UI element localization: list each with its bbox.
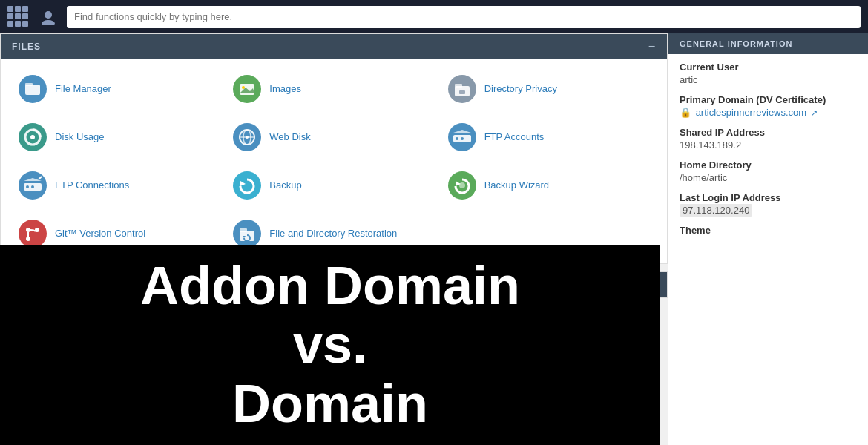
- sidebar-content: Current User artic Primary Domain (DV Ce…: [668, 54, 868, 252]
- files-grid: File Manager Images: [1, 59, 667, 263]
- svg-point-23: [456, 137, 458, 140]
- info-row-shared-ip: Shared IP Address 198.143.189.2: [680, 127, 857, 151]
- theme-label: Theme: [680, 225, 857, 236]
- disk-usage-icon: [18, 122, 47, 152]
- search-input[interactable]: [67, 6, 861, 28]
- svg-point-36: [459, 182, 465, 188]
- file-manager-icon: [18, 74, 47, 104]
- user-icon[interactable]: [37, 6, 59, 28]
- left-content: FILES − File Manager: [0, 33, 668, 445]
- last-login-ip-badge: 97.118.120.240: [680, 204, 752, 217]
- backup-item[interactable]: Backup: [226, 163, 441, 208]
- svg-rect-4: [25, 83, 33, 86]
- files-section-header[interactable]: FILES −: [1, 34, 667, 59]
- file-manager-label: File Manager: [55, 83, 111, 96]
- backup-icon: [232, 171, 262, 200]
- video-text-line1: Addon Domain: [140, 257, 520, 315]
- images-item[interactable]: Images: [226, 67, 441, 111]
- svg-rect-3: [25, 85, 40, 95]
- info-row-home-directory: Home Directory /home/artic: [680, 159, 857, 183]
- svg-rect-44: [240, 228, 247, 232]
- git-version-control-icon: [18, 219, 47, 248]
- svg-point-0: [45, 11, 52, 19]
- files-section-label: FILES: [12, 42, 41, 52]
- disk-usage-label: Disk Usage: [55, 131, 104, 144]
- svg-point-29: [31, 185, 34, 188]
- images-icon: [232, 74, 262, 104]
- primary-domain-value: 🔒 articlespinnerreviews.com ↗: [680, 107, 857, 118]
- svg-point-1: [42, 20, 55, 25]
- ftp-accounts-item[interactable]: FTP Accounts: [441, 115, 656, 159]
- info-row-theme: Theme: [680, 225, 857, 236]
- svg-point-20: [246, 136, 249, 139]
- svg-point-38: [26, 228, 30, 232]
- svg-rect-11: [455, 84, 462, 88]
- lock-icon: 🔒: [680, 107, 691, 118]
- current-user-value: artic: [680, 74, 857, 85]
- file-manager-item[interactable]: File Manager: [12, 67, 226, 111]
- last-login-ip-value: 97.118.120.240: [680, 205, 857, 216]
- images-label: Images: [269, 83, 301, 96]
- directory-privacy-label: Directory Privacy: [484, 83, 557, 96]
- files-collapse-icon[interactable]: −: [648, 40, 656, 53]
- svg-point-24: [461, 137, 464, 140]
- backup-wizard-item[interactable]: Backup Wizard: [441, 163, 656, 208]
- shared-ip-value: 198.143.189.2: [680, 139, 857, 151]
- svg-point-37: [19, 220, 47, 248]
- shared-ip-label: Shared IP Address: [680, 127, 857, 138]
- top-bar: [0, 0, 868, 33]
- main-layout: FILES − File Manager: [0, 33, 868, 445]
- ftp-connections-icon: [18, 171, 47, 200]
- ftp-connections-label: FTP Connections: [55, 179, 129, 192]
- video-overlay: Addon Domain vs. Domain: [0, 245, 660, 445]
- disk-usage-item[interactable]: Disk Usage: [12, 115, 226, 159]
- info-row-current-user: Current User artic: [680, 62, 857, 85]
- info-row-primary-domain: Primary Domain (DV Certificate) 🔒 articl…: [680, 94, 857, 118]
- svg-point-28: [26, 185, 29, 188]
- backup-wizard-label: Backup Wizard: [484, 179, 549, 192]
- home-directory-label: Home Directory: [680, 159, 857, 171]
- right-sidebar: GENERAL INFORMATION Current User artic P…: [668, 33, 868, 445]
- backup-wizard-icon: [447, 171, 477, 200]
- ftp-accounts-label: FTP Accounts: [484, 131, 545, 144]
- grid-icon[interactable]: [7, 6, 30, 28]
- ftp-accounts-icon: [447, 122, 477, 152]
- svg-point-32: [233, 171, 261, 200]
- backup-label: Backup: [269, 179, 301, 192]
- sidebar-header: GENERAL INFORMATION: [668, 33, 868, 54]
- git-version-control-label: Git™ Version Control: [55, 228, 145, 240]
- video-text-line2: vs.: [293, 315, 367, 374]
- file-directory-restoration-label: File and Directory Restoration: [269, 228, 397, 240]
- web-disk-label: Web Disk: [269, 131, 310, 144]
- primary-domain-link[interactable]: articlespinnerreviews.com: [696, 107, 807, 118]
- info-row-last-login-ip: Last Login IP Address 97.118.120.240: [680, 192, 857, 216]
- directory-privacy-icon: [447, 74, 477, 104]
- external-link-icon[interactable]: ↗: [811, 108, 818, 118]
- files-section: FILES − File Manager: [0, 33, 668, 264]
- video-text-line3: Domain: [232, 375, 428, 433]
- web-disk-item[interactable]: Web Disk: [226, 115, 441, 159]
- svg-point-39: [35, 228, 39, 232]
- directory-privacy-item[interactable]: Directory Privacy: [441, 67, 656, 111]
- primary-domain-label: Primary Domain (DV Certificate): [680, 94, 857, 105]
- file-directory-restoration-icon: [232, 219, 262, 248]
- svg-rect-12: [459, 90, 465, 94]
- current-user-label: Current User: [680, 62, 857, 73]
- svg-point-40: [26, 237, 30, 241]
- svg-point-7: [242, 86, 245, 89]
- web-disk-icon: [232, 122, 262, 152]
- home-directory-value: /home/artic: [680, 172, 857, 183]
- svg-point-15: [30, 135, 35, 139]
- last-login-ip-label: Last Login IP Address: [680, 192, 857, 203]
- ftp-connections-item[interactable]: FTP Connections: [12, 163, 226, 208]
